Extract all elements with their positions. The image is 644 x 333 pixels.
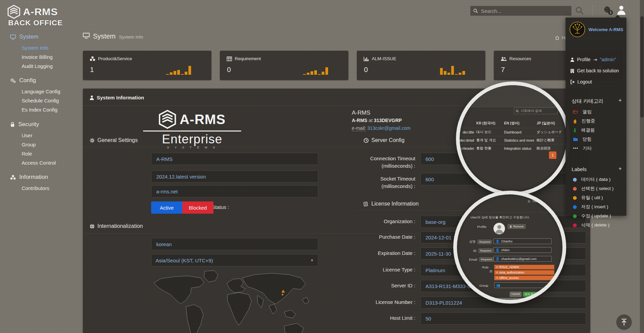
home-icon: [555, 36, 559, 40]
field-label-purchase-date: Purchase Date :: [364, 234, 415, 240]
label-color-dot: [573, 187, 577, 191]
user-avatar-icon[interactable]: [616, 5, 626, 15]
base-url-input[interactable]: [151, 185, 318, 197]
add-status-category-button[interactable]: +: [619, 97, 622, 103]
mini-bar-chart: [440, 65, 465, 75]
folder-open-icon: [573, 110, 578, 114]
sidebar-item-security[interactable]: Security: [10, 121, 39, 128]
notification-badge: 3: [608, 10, 613, 15]
status-item-resolved[interactable]: 해결됨: [573, 127, 595, 133]
stat-card-requirement[interactable]: Requirement 0: [220, 51, 348, 80]
arms-enterprise-logo: A-RMS Enterprise S Y S T E M S: [140, 110, 245, 149]
about-block: A-RMS A-RMS at 313DEVGRP e-mail: 313cokr…: [352, 109, 411, 132]
status-item-open[interactable]: 열림: [573, 109, 592, 115]
menu-item-get-back-to-solution[interactable]: Get back to solution: [570, 68, 619, 73]
label-color-dot: [573, 223, 577, 227]
service-status-blocked-button[interactable]: Blocked: [182, 201, 213, 214]
topbar-search[interactable]: [470, 6, 572, 16]
org-link[interactable]: 313DEVGRP: [374, 118, 401, 123]
person-icon: [570, 57, 574, 62]
label-item-data[interactable]: 데이터 ( data ): [573, 176, 611, 183]
menu-item-logout[interactable]: Logout: [570, 79, 592, 85]
globe-icon: [90, 224, 95, 229]
sidebar-item-group[interactable]: Group: [22, 142, 36, 147]
field-label-connection-timeout: Connection Timeout(milliseconds) :: [364, 155, 415, 170]
sidebar-item-information[interactable]: Information: [10, 174, 48, 181]
mini-email-input: 👤 chanho9611@gmail.com: [493, 256, 552, 262]
label-color-dot: [573, 214, 577, 218]
gears-icon: [10, 78, 16, 83]
lock-icon: [10, 122, 15, 127]
time-zone-select[interactable]: Asia/Seoul (KST, UTC+9)▼: [151, 254, 318, 266]
cubes-icon: [90, 56, 95, 61]
status-item-etc[interactable]: ••• 기타: [573, 145, 592, 151]
field-label-license-number: License Number :: [364, 299, 415, 305]
sidebar-item-role[interactable]: Role: [22, 151, 32, 157]
chevron-down-icon: ▼: [310, 258, 314, 262]
sidebar-item-audit-logging[interactable]: Audit Logging: [22, 63, 53, 69]
search-submit-icon[interactable]: [575, 6, 584, 15]
product-version-input[interactable]: [151, 170, 318, 183]
status-item-closed[interactable]: 닫힘: [573, 136, 592, 142]
sidebar-item-es-index-config[interactable]: Es Index Config: [22, 107, 58, 113]
sidebar-item-language-config[interactable]: Language Config: [22, 89, 60, 94]
label-color-dot: [573, 196, 577, 200]
sidebar-item-contributors[interactable]: Contributors: [22, 185, 49, 191]
sidebar-item-schedule-config[interactable]: Schedule Config: [22, 98, 59, 103]
add-label-button[interactable]: +: [619, 166, 622, 172]
internationalization-header: Internationalization: [90, 223, 143, 229]
menu-item-profile[interactable]: Profile ⇥ "admin": [570, 57, 616, 62]
logo-underline: [143, 130, 241, 132]
people-icon: [501, 56, 507, 61]
scrollbar-thumb[interactable]: [640, 16, 644, 118]
default-language-input[interactable]: [151, 238, 318, 250]
label-item-delete[interactable]: 삭제 ( delete ): [573, 222, 610, 228]
field-label-expiration-date: Expiration Date :: [364, 250, 415, 256]
monitor-icon: [10, 34, 16, 40]
logout-icon: [570, 80, 575, 84]
sidebar-item-system-info[interactable]: System Info: [22, 45, 48, 51]
scroll-to-top-button[interactable]: [616, 314, 632, 330]
mini-search-field: 시트에서 검색: [514, 108, 558, 114]
remove-button: 🗑 Remove: [508, 224, 526, 229]
arms-back-office-app: { "brand": {"logo": "A-RMS", "office": "…: [0, 0, 644, 333]
role-tag: × ROLE_ADMIN: [494, 265, 554, 269]
sidebar-item-user[interactable]: User: [22, 133, 32, 138]
extinguisher-icon: [573, 128, 577, 133]
panel-title: System Information: [90, 95, 144, 100]
translation-table: KR (한국어) EN (영어) JP (일본어) der.title 대시 보…: [456, 119, 565, 152]
status-item-in-progress[interactable]: 진행중: [573, 118, 595, 124]
label-item-insert[interactable]: 저장 ( insert ): [573, 204, 608, 210]
sidebar-item-config[interactable]: Config: [10, 77, 36, 84]
search-input[interactable]: [480, 8, 569, 14]
license-certificate-icon: [364, 201, 369, 207]
about-name: A-RMS: [352, 109, 411, 117]
notifications-icon[interactable]: 3: [603, 5, 612, 15]
label-item-select[interactable]: 선택된 ( select ): [573, 186, 614, 192]
label-item-util[interactable]: 유틸 ( util ): [573, 195, 603, 201]
role-tags: × ROLE_ADMIN × uma_authorization × offli…: [494, 265, 554, 281]
service-status-active-button[interactable]: Active: [151, 201, 182, 214]
bar-chart-icon: [364, 56, 369, 61]
product-name-input[interactable]: [151, 153, 318, 165]
dropdown-notch: [615, 15, 620, 18]
vertical-scrollbar[interactable]: [640, 0, 644, 333]
status-category-header: 상태 카테고리: [572, 98, 603, 104]
mini-bar-chart: [303, 65, 328, 75]
brand[interactable]: A-RMS: [7, 5, 58, 19]
stat-card-alm-issue[interactable]: ALM-ISSUE 0: [357, 51, 485, 80]
zoom-preview-user-edit-form: Home› User의 상세 정보를 확인하고 수정합니다. Profile 🗑…: [453, 191, 566, 304]
label-color-dot: [573, 178, 577, 182]
role-tag: × offline_access: [494, 276, 554, 280]
sidebar: A-RMS BACK OFFICE System System Info Inv…: [0, 0, 78, 333]
sidebar-item-access-control[interactable]: Access Control: [22, 160, 56, 166]
sidebar-item-system[interactable]: System: [10, 33, 39, 40]
host-limit-input[interactable]: [420, 312, 586, 325]
field-label-server-id: Server ID :: [364, 283, 415, 288]
sidebar-item-invoice-billing[interactable]: Invoice Billing: [22, 54, 53, 60]
role-tag: × uma_authorization: [494, 270, 554, 275]
label-item-update[interactable]: 수정 ( update ): [573, 213, 611, 219]
stat-card-product-service[interactable]: Product&Service 1: [83, 51, 211, 80]
email-link[interactable]: 313cokr@gmail.com: [367, 125, 411, 131]
page-title: System System Info: [83, 32, 143, 40]
